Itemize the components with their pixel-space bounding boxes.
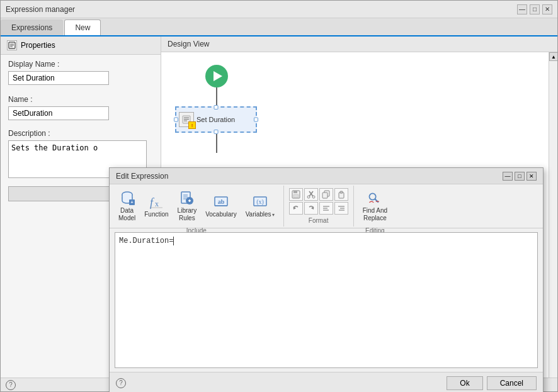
library-rules-icon (179, 191, 195, 206)
undo-button[interactable] (289, 202, 303, 215)
find-replace-icon (367, 191, 382, 206)
modal-footer: ? Ok Cancel (110, 372, 543, 392)
toolbar-variables[interactable]: (x) Variables ▾ (242, 192, 278, 221)
cancel-button[interactable]: Cancel (487, 376, 537, 390)
toolbar-function[interactable]: f x Function (140, 192, 172, 221)
save-button[interactable] (289, 188, 303, 201)
toolbar-data-model[interactable]: + DataModel (115, 188, 139, 225)
variables-dropdown-arrow: ▾ (272, 212, 275, 218)
vocabulary-icon: ab (214, 194, 229, 210)
variables-label: Variables (246, 211, 271, 218)
paste-button[interactable] (334, 188, 348, 201)
modal-maximize-button[interactable]: □ (515, 172, 525, 181)
toolbar-group-editing: Find AndReplace Editing (354, 186, 396, 227)
data-model-icon: + (120, 191, 135, 206)
modal-toolbar: + DataModel f x (110, 184, 543, 228)
svg-text:+: + (130, 200, 133, 204)
format-row-2 (289, 202, 348, 215)
redo-button[interactable] (304, 202, 318, 215)
align-right-button[interactable] (334, 202, 348, 215)
format-group-label: Format (289, 216, 348, 224)
cut-button[interactable] (304, 188, 318, 201)
copy-button[interactable] (319, 188, 333, 201)
svg-text:ab: ab (218, 198, 225, 205)
modal-title-bar: Edit Expression — □ ✕ (110, 168, 543, 184)
svg-text:(x): (x) (256, 198, 264, 206)
svg-text:f: f (150, 196, 155, 209)
function-icon: f x (149, 194, 164, 210)
svg-point-31 (307, 196, 310, 198)
modal-close-button[interactable]: ✕ (527, 172, 537, 181)
modal-overlay: Edit Expression — □ ✕ (1, 1, 557, 391)
toolbar-editing-items: Find AndReplace (359, 188, 391, 225)
ok-button[interactable]: Ok (447, 376, 482, 390)
library-rules-label: LibraryRules (178, 207, 197, 222)
function-label: Function (144, 211, 168, 218)
toolbar-format-items (289, 188, 348, 215)
toolbar-include-items: + DataModel f x (115, 188, 278, 225)
toolbar-library-rules[interactable]: LibraryRules (174, 188, 201, 225)
modal-controls: — □ ✕ (503, 172, 537, 181)
vocabulary-label: Vocabulary (205, 211, 236, 218)
svg-point-32 (312, 196, 315, 198)
toolbar-group-format: Format (284, 186, 354, 227)
data-model-label: DataModel (118, 207, 135, 222)
svg-rect-36 (340, 191, 343, 193)
edit-expression-dialog: Edit Expression — □ ✕ (109, 167, 544, 392)
main-window: Expression manager — □ ✕ Expressions New… (0, 0, 558, 392)
svg-rect-34 (322, 193, 327, 198)
expression-editor[interactable]: Me.Duration=​ (115, 232, 538, 368)
format-row-1 (289, 188, 348, 201)
svg-rect-28 (293, 194, 299, 198)
modal-minimize-button[interactable]: — (503, 172, 513, 181)
svg-text:x: x (155, 199, 159, 208)
footer-buttons: Ok Cancel (447, 376, 537, 390)
toolbar-vocabulary[interactable]: ab Vocabulary (202, 192, 240, 221)
modal-help-icon[interactable]: ? (116, 378, 126, 388)
svg-rect-27 (293, 191, 297, 193)
toolbar-group-include: + DataModel f x (110, 186, 284, 227)
toolbar-find-replace[interactable]: Find AndReplace (359, 188, 391, 225)
modal-title: Edit Expression (116, 172, 168, 181)
align-left-button[interactable] (319, 202, 333, 215)
format-buttons-col1 (289, 188, 348, 215)
find-replace-label: Find AndReplace (363, 207, 387, 222)
variables-icon: (x) (253, 194, 268, 210)
expression-text: Me.Duration= (119, 237, 173, 245)
